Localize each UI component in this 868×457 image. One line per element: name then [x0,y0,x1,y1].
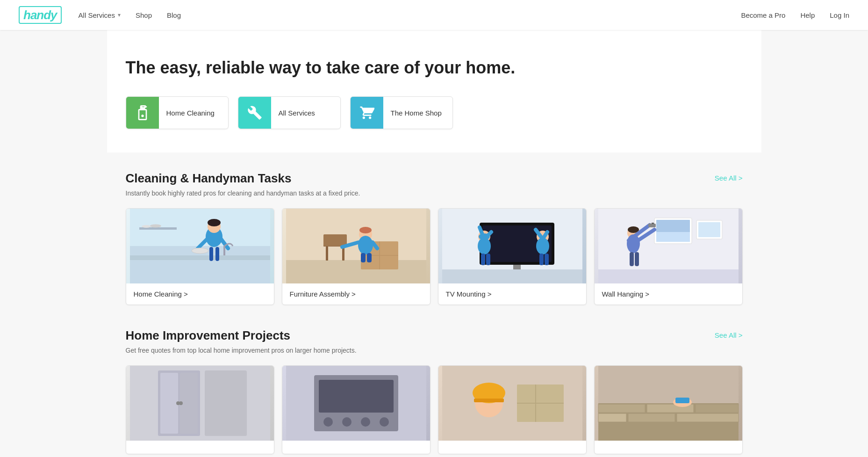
improvement-scene-2 [282,366,430,441]
svg-rect-64 [635,252,639,266]
svg-point-8 [208,219,221,226]
cleaning-service-cards: Home Cleaning > [126,208,743,305]
svg-rect-29 [361,253,366,262]
improvement-scene-4 [595,366,742,441]
svg-point-5 [150,225,161,228]
svg-rect-48 [539,254,544,265]
cleaning-section-header: Cleaning & Handyman Tasks See All > [126,171,743,186]
furniture-assembly-service-card[interactable]: Furniture Assembly > [282,208,430,305]
all-services-label: All Services [271,109,323,117]
improvement-photo-2 [282,366,430,441]
category-card-home-shop[interactable]: The Home Shop [350,96,453,129]
tv-mounting-card-label: TV Mounting > [438,283,586,305]
svg-rect-57 [698,222,720,237]
category-cards-container: Home Cleaning All Services The Home Shop [126,96,743,129]
improvement-card-label-3 [438,441,586,454]
improvement-card-1[interactable] [126,365,274,454]
svg-rect-52 [598,269,739,283]
svg-rect-93 [598,413,626,422]
svg-rect-69 [160,373,178,434]
home-shop-label: The Home Shop [383,109,449,117]
cleaning-see-all-link[interactable]: See All > [715,174,743,182]
svg-point-25 [359,227,372,233]
svg-point-11 [192,248,208,254]
improvement-photo-1 [126,366,274,441]
chevron-down-icon: ▾ [118,12,121,18]
logo[interactable]: handy [19,8,62,22]
home-cleaning-scene [126,209,274,283]
improvement-card-2[interactable] [282,365,430,454]
svg-rect-42 [481,254,485,265]
wall-hanging-service-card[interactable]: Wall Hanging > [594,208,743,305]
svg-rect-13 [209,247,213,261]
svg-point-80 [380,417,389,427]
svg-rect-43 [486,254,490,265]
improvement-scene-1 [126,366,274,441]
cleaning-section-title: Cleaning & Handyman Tasks [126,171,292,186]
home-cleaning-card-label: Home Cleaning > [126,283,274,305]
wrench-icon [247,105,262,120]
improvement-card-4[interactable] [594,365,743,454]
svg-rect-14 [215,247,219,261]
svg-rect-76 [319,380,394,413]
svg-rect-90 [598,404,645,413]
svg-rect-23 [323,234,347,246]
svg-rect-16 [286,260,426,283]
svg-rect-65 [648,224,656,227]
nav-shop[interactable]: Shop [136,11,152,19]
spray-bottle-icon [135,105,150,120]
cleaning-section-subtitle: Instantly book highly rated pros for cle… [126,189,743,197]
improvement-card-label-1 [126,441,274,454]
svg-point-77 [323,417,333,427]
svg-rect-36 [513,265,521,269]
home-cleaning-service-card[interactable]: Home Cleaning > [126,208,274,305]
tv-mounting-photo [438,209,586,283]
svg-rect-63 [630,252,634,266]
nav-login[interactable]: Log In [830,11,849,19]
cart-icon [359,105,374,120]
improvement-card-label-2 [282,441,430,454]
nav-become-a-pro[interactable]: Become a Pro [741,11,785,19]
home-shop-icon-box [351,96,383,129]
svg-rect-84 [474,399,504,402]
svg-rect-73 [205,370,247,436]
svg-rect-97 [675,398,689,403]
tv-mounting-service-card[interactable]: TV Mounting > [438,208,587,305]
category-card-all-services[interactable]: All Services [238,96,341,129]
improvement-section-header: Home Improvement Projects See All > [126,328,743,343]
wall-hanging-scene [595,209,742,283]
nav-blog[interactable]: Blog [167,11,181,19]
home-cleaning-label: Home Cleaning [159,109,222,117]
improvement-see-all-link[interactable]: See All > [715,331,743,339]
svg-point-4 [142,225,151,228]
svg-rect-2 [130,255,270,260]
nav-help[interactable]: Help [800,11,815,19]
home-cleaning-icon-box [126,96,159,129]
improvement-card-3[interactable] [438,365,587,454]
furniture-assembly-photo [282,209,430,283]
furniture-assembly-card-label: Furniture Assembly > [282,283,430,305]
tv-mounting-scene [438,209,586,283]
svg-rect-33 [442,269,582,283]
hero-headline: The easy, reliable way to take care of y… [126,58,743,78]
all-services-icon-box [238,96,271,129]
category-card-home-cleaning[interactable]: Home Cleaning [126,96,229,129]
svg-point-72 [179,401,183,405]
improvement-scene-3 [438,366,586,441]
nav-all-services[interactable]: All Services ▾ [79,11,121,19]
improvement-service-cards [126,365,743,454]
navigation: handy All Services ▾ Shop Blog Become a … [0,0,868,30]
home-cleaning-photo [126,209,274,283]
svg-rect-49 [545,254,549,265]
wall-hanging-card-label: Wall Hanging > [595,283,742,305]
improvement-photo-4 [595,366,742,441]
furniture-assembly-scene [282,209,430,283]
improvement-section-title: Home Improvement Projects [126,328,291,343]
svg-point-79 [361,417,370,427]
svg-rect-12 [223,246,225,255]
wall-hanging-photo [595,209,742,283]
svg-rect-21 [326,247,328,261]
svg-point-26 [358,236,373,254]
svg-rect-95 [677,413,739,422]
svg-point-78 [342,417,352,427]
